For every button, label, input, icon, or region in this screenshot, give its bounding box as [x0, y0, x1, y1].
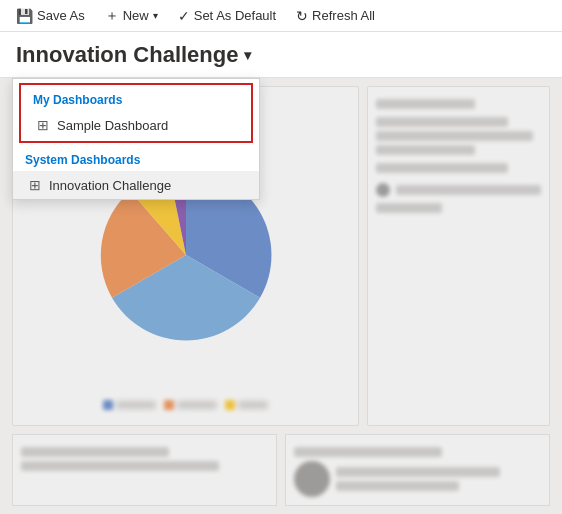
- innovation-challenge-item[interactable]: ⊞ Innovation Challenge: [13, 171, 259, 199]
- side-card-line1: [376, 117, 508, 127]
- side-card-line2: [376, 131, 532, 141]
- dashboard-title-button[interactable]: Innovation Challenge ▾: [16, 42, 251, 68]
- bottom-mid-content: [294, 461, 541, 497]
- sample-dashboard-label: Sample Dashboard: [57, 118, 168, 133]
- new-chevron-icon: ▾: [153, 10, 158, 21]
- set-default-label: Set As Default: [194, 8, 276, 23]
- save-as-icon: 💾: [16, 8, 33, 24]
- side-card-line4: [376, 163, 508, 173]
- system-dashboards-header[interactable]: System Dashboards: [13, 147, 259, 171]
- bottom-card-left: [12, 434, 277, 506]
- dropdown-menu: My Dashboards ⊞ Sample Dashboard System …: [12, 78, 260, 200]
- avatar: [294, 461, 330, 497]
- my-dashboards-section: My Dashboards ⊞ Sample Dashboard: [19, 83, 253, 143]
- new-button[interactable]: ＋ New ▾: [97, 3, 166, 29]
- side-card-right: [367, 86, 550, 426]
- avatar-line2: [336, 481, 459, 491]
- side-icon: [376, 183, 390, 197]
- side-card-row: [376, 181, 541, 199]
- bottom-mid-title: [294, 447, 442, 457]
- dropdown-chevron-icon: ▾: [244, 47, 251, 63]
- refresh-all-label: Refresh All: [312, 8, 375, 23]
- toolbar: 💾 Save As ＋ New ▾ ✓ Set As Default ↻ Ref…: [0, 0, 562, 32]
- sample-dashboard-item[interactable]: ⊞ Sample Dashboard: [21, 111, 251, 139]
- bottom-left-line1: [21, 461, 219, 471]
- checkmark-icon: ✓: [178, 8, 190, 24]
- refresh-all-button[interactable]: ↻ Refresh All: [288, 4, 383, 28]
- save-as-button[interactable]: 💾 Save As: [8, 4, 93, 28]
- bottom-left-title: [21, 447, 169, 457]
- bottom-card-middle: [285, 434, 550, 506]
- system-dashboards-section: System Dashboards ⊞ Innovation Challenge: [13, 147, 259, 199]
- side-card-line6: [376, 203, 442, 213]
- dashboard-icon: ⊞: [37, 117, 49, 133]
- set-default-button[interactable]: ✓ Set As Default: [170, 4, 284, 28]
- side-card-line5: [396, 185, 541, 195]
- dashboard-title-text: Innovation Challenge: [16, 42, 238, 68]
- dashboard-header: Innovation Challenge ▾: [0, 32, 562, 78]
- innovation-dashboard-icon: ⊞: [29, 177, 41, 193]
- side-card-title: [376, 99, 475, 109]
- new-icon: ＋: [105, 7, 119, 25]
- side-card-line3: [376, 145, 475, 155]
- refresh-icon: ↻: [296, 8, 308, 24]
- save-as-label: Save As: [37, 8, 85, 23]
- avatar-line1: [336, 467, 500, 477]
- bottom-content-row: [0, 434, 562, 514]
- innovation-challenge-label: Innovation Challenge: [49, 178, 171, 193]
- new-label: New: [123, 8, 149, 23]
- my-dashboards-header[interactable]: My Dashboards: [21, 87, 251, 111]
